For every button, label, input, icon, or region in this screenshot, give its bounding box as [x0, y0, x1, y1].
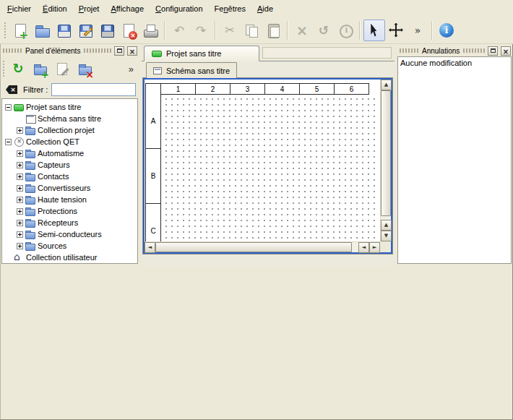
tree-expander-icon[interactable] — [17, 197, 23, 203]
tab-schema-sans-titre[interactable]: Schéma sans titre — [146, 62, 237, 78]
about-qet-button[interactable] — [436, 20, 457, 41]
dock-close-button[interactable] — [127, 46, 137, 56]
folder-icon — [25, 172, 35, 181]
element-info-button[interactable] — [335, 20, 356, 41]
menu-affichage[interactable]: Affichage — [105, 0, 150, 17]
tree-expander-icon[interactable] — [17, 231, 23, 238]
menu-projet[interactable]: Projet — [73, 0, 105, 17]
scroll-left-button[interactable] — [145, 242, 155, 253]
tree-expander-icon[interactable] — [17, 150, 23, 157]
tree-item-label: Schéma sans titre — [38, 114, 101, 123]
delete-cross-icon — [294, 22, 310, 38]
folder-icon — [25, 241, 35, 250]
undo-arrow-icon — [171, 22, 187, 38]
panel-overflow-chevron-icon[interactable] — [129, 64, 137, 74]
tree-item-semi-conducteurs[interactable]: Semi-conducteurs — [2, 228, 137, 240]
close-icon — [503, 46, 509, 56]
dock-float-button[interactable] — [114, 46, 124, 56]
tree-expander-icon[interactable] — [17, 173, 23, 180]
copy-button[interactable] — [241, 20, 262, 41]
open-project-button[interactable] — [31, 20, 53, 41]
new-project-button[interactable] — [9, 20, 31, 41]
save-as-button[interactable] — [74, 20, 96, 41]
tree-expander-icon[interactable] — [5, 104, 12, 111]
open-folder-icon — [34, 22, 50, 38]
new-element-button[interactable] — [30, 59, 51, 79]
vertical-scrollbar[interactable] — [380, 80, 391, 241]
tab-bar-empty-area — [262, 47, 392, 59]
tree-item-collection-qet[interactable]: Collection QET — [2, 136, 137, 147]
tree-expander-icon[interactable] — [17, 220, 23, 226]
tree-expander-icon[interactable] — [5, 139, 12, 145]
paste-button[interactable] — [262, 20, 284, 41]
tab-projet-sans-titre[interactable]: Projet sans titre — [144, 46, 259, 61]
reload-collections-button[interactable] — [8, 59, 28, 79]
vertical-scroll-thumb[interactable] — [381, 90, 391, 216]
tree-item-collection-projet[interactable]: Collection projet — [2, 124, 137, 136]
tree-item-sources[interactable]: Sources — [2, 240, 137, 252]
tree-item-automatisme[interactable]: Automatisme — [2, 147, 137, 159]
tree-item-collection-utilisateur[interactable]: Collection utilisateur — [2, 252, 137, 263]
tree-expander-icon[interactable] — [17, 243, 23, 249]
tree-expander-icon[interactable] — [17, 127, 23, 134]
delete-button[interactable] — [291, 20, 313, 41]
redo-button[interactable] — [190, 20, 212, 41]
tree-expander-icon[interactable] — [17, 208, 23, 215]
tree-item-contacts[interactable]: Contacts — [2, 171, 137, 182]
pan-mode-button[interactable] — [385, 20, 407, 41]
tree-item-haute-tension[interactable]: Haute tension — [2, 194, 137, 205]
scroll-down-button[interactable] — [381, 231, 392, 241]
close-icon — [129, 46, 135, 56]
undo-history-list[interactable]: Aucune modification — [397, 56, 512, 264]
tree-item-convertisseurs[interactable]: Convertisseurs — [2, 182, 137, 194]
elements-panel-titlebar[interactable]: Panel d'éléments — [0, 44, 139, 56]
folder-icon — [25, 207, 35, 215]
tree-expander-icon[interactable] — [17, 162, 23, 168]
menu-aide[interactable]: Aide — [251, 0, 279, 17]
close-file-button[interactable] — [118, 20, 139, 41]
undo-dock-titlebar[interactable]: Annulations — [397, 44, 513, 56]
clear-filter-button[interactable] — [4, 82, 20, 97]
select-mode-button[interactable] — [363, 20, 385, 41]
filter-input[interactable] — [51, 83, 136, 96]
tree-item-schema-sans-titre[interactable]: Schéma sans titre — [2, 113, 137, 124]
delete-element-button[interactable] — [75, 59, 95, 79]
menu-fichier[interactable]: Fichier — [1, 0, 37, 17]
scroll-right-button[interactable] — [369, 242, 380, 253]
elements-panel-title: Panel d'éléments — [25, 47, 80, 55]
tree-item-recepteurs[interactable]: Récepteurs — [2, 217, 137, 228]
dock-float-button[interactable] — [488, 46, 498, 56]
toolbar-separator — [215, 21, 216, 40]
qelectrotech-window: Fichier Édition Projet Affichage Configu… — [0, 0, 513, 266]
toolbar-overflow-button[interactable] — [407, 20, 428, 41]
save-all-button[interactable] — [96, 20, 118, 41]
cut-button[interactable] — [219, 20, 241, 41]
horizontal-scroll-thumb[interactable] — [155, 242, 352, 252]
menu-edition[interactable]: Édition — [37, 0, 73, 17]
tree-item-capteurs[interactable]: Capteurs — [2, 159, 137, 171]
toolbar-grip-handle[interactable] — [2, 60, 6, 77]
toolbar-grip-handle[interactable] — [3, 21, 7, 40]
clipboard-icon — [265, 22, 281, 38]
schema-canvas[interactable]: 123456 ABCDE — [145, 80, 380, 241]
tree-item-projet-sans-titre[interactable]: Projet sans titre — [2, 101, 137, 113]
dock-close-button[interactable] — [501, 46, 511, 56]
scroll-left-button[interactable] — [358, 242, 369, 253]
rotate-button[interactable] — [313, 20, 335, 41]
print-button[interactable] — [139, 20, 161, 41]
column-header: 3 — [230, 83, 265, 95]
edit-element-button[interactable] — [53, 59, 73, 79]
horizontal-scrollbar[interactable] — [145, 241, 380, 252]
menu-bar: Fichier Édition Projet Affichage Configu… — [0, 0, 513, 17]
undo-button[interactable] — [168, 20, 190, 41]
tree-item-protections[interactable]: Protections — [2, 205, 137, 217]
tree-item-label: Récepteurs — [38, 218, 78, 227]
project-workspace: Projet sans titre Schéma sans titre — [142, 44, 395, 266]
menu-configuration[interactable]: Configuration — [150, 0, 208, 17]
schema-icon — [25, 114, 35, 123]
tree-expander-icon[interactable] — [17, 185, 23, 192]
scroll-up-button[interactable] — [381, 80, 392, 90]
scroll-up-button[interactable] — [381, 220, 392, 231]
save-button[interactable] — [53, 20, 74, 41]
menu-fenetres[interactable]: Fenêtres — [209, 0, 251, 17]
